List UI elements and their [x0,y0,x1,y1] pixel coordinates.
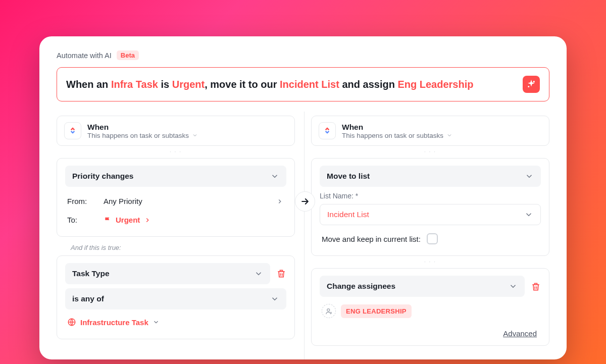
action-column: When This happens on task or subtasks · … [311,116,549,349]
trigger-type-select[interactable]: Priority changes [65,166,286,187]
chevron-down-icon [509,282,518,291]
chevron-down-icon [446,132,452,138]
when-trigger-card[interactable]: When This happens on task or subtasks [57,116,295,146]
list-name-select[interactable]: Incident List [320,204,541,225]
when-subtitle: This happens on task or subtasks [342,132,452,139]
prompt-highlight-urgent: Urgent [172,79,205,90]
priority-from-row[interactable]: From: Any Priority [65,192,286,211]
automation-builder-window: Automate with AI Beta When an Infra Task… [39,36,567,359]
flow-arrow [295,191,315,212]
arrow-right-icon [300,196,310,206]
trash-icon [276,269,286,279]
svg-point-0 [533,81,534,82]
chevron-down-icon [270,294,279,303]
header: Automate with AI Beta [57,50,549,60]
clickup-logo-icon [319,122,336,139]
chevron-right-icon [275,198,284,205]
chevron-down-icon [524,210,533,219]
priority-to-row[interactable]: To: Urgent [65,211,286,229]
assignee-chip[interactable]: ENG LEADERSHIP [341,304,412,318]
globe-icon [67,318,76,327]
condition-card: Task Type is any of Infrastructure Task [57,255,295,339]
trigger-column: When This happens on task or subtasks · … [57,116,295,349]
condition-value-chip[interactable]: Infrastructure Task [65,313,286,332]
priority-trigger-card: Priority changes From: Any Priority To: … [57,158,295,237]
person-add-icon [325,307,333,315]
prompt-highlight-incident-list: Incident List [280,79,339,90]
flag-icon [104,216,112,224]
svg-point-1 [528,86,529,87]
advanced-link[interactable]: Advanced [503,329,537,338]
chevron-down-icon [153,319,160,326]
condition-field-select[interactable]: Task Type [65,263,270,284]
clickup-logo-icon [64,122,81,139]
when-title: When [342,123,452,132]
sparkle-icon [527,80,536,89]
chevron-down-icon [525,172,534,181]
change-assignees-card: Change assignees ENG LEADERSHIP Advanced [311,268,549,346]
when-subtitle: This happens on task or subtasks [87,132,198,139]
when-action-card[interactable]: When This happens on task or subtasks [311,116,549,146]
delete-action-button[interactable] [531,282,541,292]
column-divider [304,112,305,359]
chevron-right-icon [144,217,151,224]
ai-prompt-input[interactable]: When an Infra Task is Urgent, move it to… [57,67,549,101]
move-to-list-card: Move to list List Name: * Incident List … [311,158,549,256]
prompt-highlight-infra-task: Infra Task [111,79,158,90]
connector-dots: · · · [311,149,549,158]
keep-in-list-label: Move and keep in current list: [322,235,421,243]
and-if-label: And if this is true: [57,240,295,255]
trash-icon [531,282,541,292]
ai-generate-button[interactable] [523,76,540,93]
add-assignee-button[interactable] [322,304,336,318]
action-type-select[interactable]: Change assignees [320,276,525,297]
condition-operator-select[interactable]: is any of [65,288,286,309]
to-label: To: [67,216,104,224]
delete-condition-button[interactable] [276,269,286,279]
chevron-down-icon [254,269,263,278]
chevron-down-icon [270,172,279,181]
from-value: Any Priority [104,197,142,205]
to-value: Urgent [104,216,151,224]
chevron-down-icon [192,132,198,138]
connector-dots: · · · [311,259,549,268]
header-label: Automate with AI [57,51,112,60]
prompt-text: When an Infra Task is Urgent, move it to… [66,77,473,92]
prompt-highlight-eng-leadership: Eng Leadership [397,79,473,90]
when-title: When [87,123,198,132]
svg-point-3 [327,308,329,311]
action-type-select[interactable]: Move to list [320,166,541,187]
beta-badge: Beta [117,50,139,60]
list-name-label: List Name: * [320,192,541,200]
connector-dots: · · · [57,149,295,158]
from-label: From: [67,197,104,205]
keep-in-list-checkbox[interactable] [427,233,438,244]
